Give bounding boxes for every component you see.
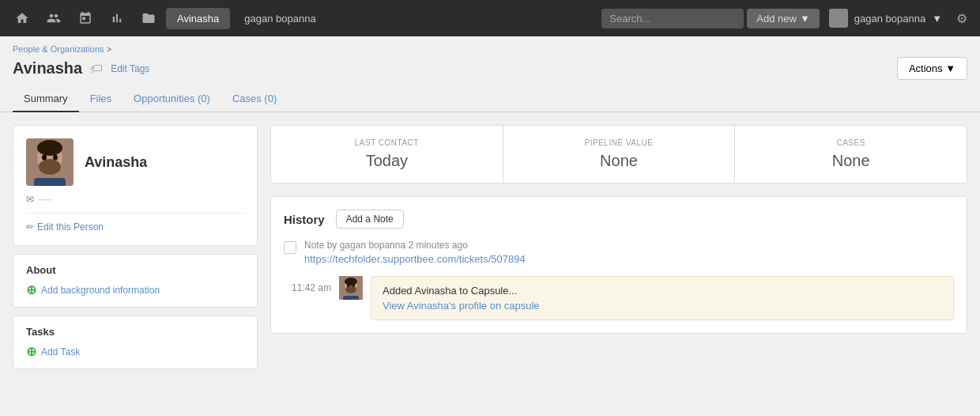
task-plus-icon: ⊕ bbox=[26, 344, 36, 359]
svg-rect-13 bbox=[343, 296, 359, 300]
tabs-row: Summary Files Opportunities (0) Cases (0… bbox=[0, 86, 980, 112]
email-row: ✉ ····· bbox=[26, 194, 244, 205]
history-title: History bbox=[284, 213, 325, 226]
pencil-icon: ✏ bbox=[26, 221, 34, 233]
svg-point-9 bbox=[345, 278, 357, 286]
home-icon[interactable] bbox=[8, 4, 36, 32]
edit-person-link[interactable]: ✏ Edit this Person bbox=[26, 221, 244, 233]
green-plus-icon: ⊕ bbox=[26, 282, 36, 297]
left-panel: Avinasha ✉ ····· ✏ Edit this Person Abou… bbox=[13, 125, 258, 416]
actions-button[interactable]: Actions ▼ bbox=[897, 57, 967, 80]
email-obscured: ····· bbox=[39, 194, 52, 205]
edit-person-label: Edit this Person bbox=[37, 221, 104, 233]
stat-value-0: Today bbox=[284, 152, 490, 170]
tab-summary[interactable]: Summary bbox=[13, 86, 79, 112]
activity-profile-link[interactable]: View Avinasha's profile on capsule bbox=[383, 300, 540, 312]
stat-label-1: PIPELINE VALUE bbox=[516, 138, 722, 147]
gear-icon[interactable]: ⚙ bbox=[952, 11, 972, 26]
profile-top: Avinasha bbox=[26, 138, 244, 186]
activity-avatar bbox=[339, 276, 363, 300]
chart-icon[interactable] bbox=[103, 4, 131, 32]
tag-icon[interactable]: 🏷 bbox=[90, 62, 103, 76]
about-section: About ⊕ Add background information bbox=[13, 254, 258, 308]
profile-avatar bbox=[26, 138, 74, 186]
user-name: gagan bopanna bbox=[854, 13, 925, 25]
page-title: Avinasha bbox=[13, 59, 82, 78]
stat-cases: CASES None bbox=[735, 126, 967, 183]
divider bbox=[26, 213, 244, 214]
profile-card: Avinasha ✉ ····· ✏ Edit this Person bbox=[13, 125, 258, 246]
user-menu[interactable]: gagan bopanna ▼ bbox=[823, 9, 948, 28]
note-item: Note by gagan bopanna 2 minutes ago http… bbox=[284, 240, 954, 265]
contacts-icon[interactable] bbox=[40, 4, 68, 32]
page-header: People & Organizations > Avinasha 🏷 Edit… bbox=[0, 36, 980, 80]
add-note-button[interactable]: Add a Note bbox=[336, 210, 404, 229]
main-content: Avinasha ✉ ····· ✏ Edit this Person Abou… bbox=[0, 112, 980, 416]
right-panel: LAST CONTACT Today PIPELINE VALUE None C… bbox=[270, 125, 967, 416]
tab-files[interactable]: Files bbox=[79, 86, 122, 112]
add-background-link[interactable]: ⊕ Add background information bbox=[26, 282, 244, 297]
profile-name: Avinasha bbox=[85, 154, 147, 171]
svg-rect-6 bbox=[34, 178, 66, 186]
title-row: Avinasha 🏷 Edit Tags Actions ▼ bbox=[13, 57, 967, 80]
add-task-label: Add Task bbox=[41, 346, 80, 357]
note-link[interactable]: https://techfolder.supportbee.com/ticket… bbox=[304, 253, 526, 265]
breadcrumb: People & Organizations > bbox=[13, 44, 967, 54]
stat-label-2: CASES bbox=[748, 138, 954, 147]
tab-opportunities[interactable]: Opportunities (0) bbox=[122, 86, 221, 112]
nav-tab-avinasha[interactable]: Avinasha bbox=[166, 8, 230, 29]
svg-point-12 bbox=[352, 284, 355, 287]
history-section: History Add a Note Note by gagan bopanna… bbox=[270, 196, 967, 334]
calendar-icon[interactable] bbox=[71, 4, 100, 32]
svg-point-11 bbox=[347, 284, 349, 287]
history-header: History Add a Note bbox=[284, 210, 954, 229]
top-navigation: Avinasha gagan bopanna Add new ▼ gagan b… bbox=[0, 0, 980, 36]
note-content: Note by gagan bopanna 2 minutes ago http… bbox=[304, 240, 954, 265]
tasks-title: Tasks bbox=[26, 326, 244, 338]
tab-cases[interactable]: Cases (0) bbox=[221, 86, 288, 112]
add-task-link[interactable]: ⊕ Add Task bbox=[26, 344, 244, 359]
search-input[interactable] bbox=[601, 9, 744, 28]
files-icon[interactable] bbox=[134, 4, 163, 32]
svg-point-10 bbox=[345, 286, 356, 293]
note-meta: Note by gagan bopanna 2 minutes ago bbox=[304, 240, 954, 251]
nav-tab-gagan[interactable]: gagan bopanna bbox=[233, 8, 326, 29]
stat-label-0: LAST CONTACT bbox=[284, 138, 490, 147]
tasks-section: Tasks ⊕ Add Task bbox=[13, 316, 258, 369]
user-avatar bbox=[829, 9, 848, 28]
stat-value-1: None bbox=[516, 152, 722, 170]
activity-item: 11:42 am Added Avinasha to Capsule... Vi bbox=[284, 276, 954, 320]
note-checkbox[interactable] bbox=[284, 241, 296, 254]
activity-bubble: Added Avinasha to Capsule... View Avinas… bbox=[371, 276, 954, 320]
edit-tags-link[interactable]: Edit Tags bbox=[111, 63, 149, 74]
stats-row: LAST CONTACT Today PIPELINE VALUE None C… bbox=[270, 125, 967, 183]
stat-pipeline: PIPELINE VALUE None bbox=[503, 126, 736, 183]
svg-point-4 bbox=[42, 155, 47, 161]
about-title: About bbox=[26, 264, 244, 276]
stat-last-contact: LAST CONTACT Today bbox=[271, 126, 503, 183]
add-background-label: Add background information bbox=[41, 285, 160, 296]
activity-time: 11:42 am bbox=[284, 276, 331, 293]
svg-point-2 bbox=[37, 140, 62, 156]
add-new-button[interactable]: Add new ▼ bbox=[747, 9, 819, 28]
breadcrumb-link[interactable]: People & Organizations bbox=[13, 44, 104, 54]
stat-value-2: None bbox=[748, 152, 954, 170]
svg-point-5 bbox=[53, 155, 58, 161]
activity-text: Added Avinasha to Capsule... bbox=[383, 285, 942, 297]
svg-point-3 bbox=[39, 159, 61, 175]
email-icon: ✉ bbox=[26, 194, 34, 205]
